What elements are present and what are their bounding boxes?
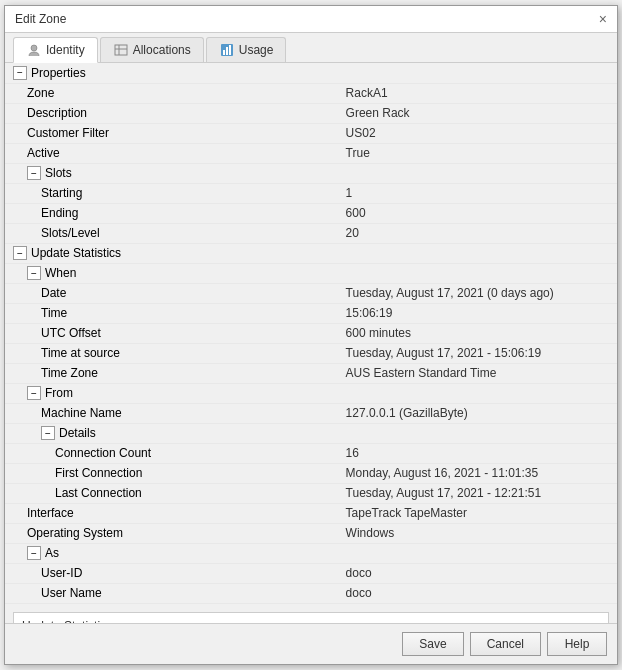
row-value: 1 [342,183,617,203]
table-row: Ending 600 [5,203,617,223]
main-content: − Properties Zone RackA1 Description Gre… [5,63,617,664]
expander-icon[interactable]: − [27,166,41,180]
table-row: User Name doco [5,583,617,603]
row-label: Properties [31,66,86,80]
row-label: Zone [27,86,54,100]
table-row: Machine Name 127.0.0.1 (GazillaByte) [5,403,617,423]
row-value: Monday, August 16, 2021 - 11:01:35 [342,463,617,483]
row-label: Operating System [27,526,123,540]
table-row: First Connection Monday, August 16, 2021… [5,463,617,483]
table-row: − Update Statistics [5,243,617,263]
cancel-button[interactable]: Cancel [470,632,541,656]
row-value: Windows [342,523,617,543]
row-label: Machine Name [41,406,122,420]
footer: Save Cancel Help [5,623,617,664]
row-label: User Name [41,586,102,600]
svg-rect-6 [226,47,228,55]
row-label: UTC Offset [41,326,101,340]
table-row: Last Connection Tuesday, August 17, 2021… [5,483,617,503]
save-button[interactable]: Save [402,632,463,656]
close-button[interactable]: × [599,12,607,26]
expander-icon[interactable]: − [13,66,27,80]
tab-usage-label: Usage [239,43,274,57]
row-label: Time at source [41,346,120,360]
dialog-title: Edit Zone [15,12,66,26]
row-value: 600 [342,203,617,223]
edit-zone-dialog: Edit Zone × Identity Allocations [4,5,618,665]
row-label: Interface [27,506,74,520]
row-label: From [45,386,73,400]
row-label: Slots [45,166,72,180]
row-label: Customer Filter [27,126,109,140]
tab-allocations[interactable]: Allocations [100,37,204,62]
row-value: True [342,143,617,163]
row-label: Connection Count [55,446,151,460]
row-value: 127.0.0.1 (GazillaByte) [342,403,617,423]
row-label: First Connection [55,466,142,480]
update-stats-box: Update Statistics [13,612,609,624]
row-value: 16 [342,443,617,463]
row-label: Description [27,106,87,120]
row-label: Details [59,426,96,440]
title-bar: Edit Zone × [5,6,617,33]
table-row: Customer Filter US02 [5,123,617,143]
table-row: − Slots [5,163,617,183]
tab-bar: Identity Allocations Usage [5,33,617,63]
table-row: User-ID doco [5,563,617,583]
tab-allocations-label: Allocations [133,43,191,57]
expander-icon[interactable]: − [27,386,41,400]
table-row: Starting 1 [5,183,617,203]
row-value: TapeTrack TapeMaster [342,503,617,523]
row-value [342,383,617,403]
row-value: Green Rack [342,103,617,123]
table-row: Operating System Windows [5,523,617,543]
row-value [342,263,617,283]
help-button[interactable]: Help [547,632,607,656]
table-row: Connection Count 16 [5,443,617,463]
row-value [342,63,617,83]
row-value [342,423,617,443]
table-row: − Properties [5,63,617,83]
row-label: Active [27,146,60,160]
row-value: Tuesday, August 17, 2021 (0 days ago) [342,283,617,303]
table-row: Active True [5,143,617,163]
usage-icon [219,42,235,58]
table-row: UTC Offset 600 minutes [5,323,617,343]
table-row: Interface TapeTrack TapeMaster [5,503,617,523]
row-label: Starting [41,186,82,200]
row-label: When [45,266,76,280]
table-row: Time 15:06:19 [5,303,617,323]
expander-icon[interactable]: − [41,426,55,440]
table-row: Time Zone AUS Eastern Standard Time [5,363,617,383]
row-value: US02 [342,123,617,143]
scroll-area[interactable]: − Properties Zone RackA1 Description Gre… [5,63,617,623]
expander-icon[interactable]: − [13,246,27,260]
allocations-icon [113,42,129,58]
row-value [342,243,617,263]
row-value [342,163,617,183]
table-row: Description Green Rack [5,103,617,123]
tab-identity-label: Identity [46,43,85,57]
row-value: 15:06:19 [342,303,617,323]
row-value: Tuesday, August 17, 2021 - 12:21:51 [342,483,617,503]
table-row: Date Tuesday, August 17, 2021 (0 days ag… [5,283,617,303]
row-label: User-ID [41,566,82,580]
tab-usage[interactable]: Usage [206,37,287,62]
row-value: doco [342,583,617,603]
table-row: − When [5,263,617,283]
row-label: Update Statistics [31,246,121,260]
row-label: Time Zone [41,366,98,380]
row-label: As [45,546,59,560]
row-label: Slots/Level [41,226,100,240]
row-label: Last Connection [55,486,142,500]
row-label: Time [41,306,67,320]
tab-identity[interactable]: Identity [13,37,98,63]
row-label: Date [41,286,66,300]
row-value: 20 [342,223,617,243]
svg-point-0 [31,45,37,51]
expander-icon[interactable]: − [27,546,41,560]
row-value: doco [342,563,617,583]
expander-icon[interactable]: − [27,266,41,280]
svg-rect-7 [229,45,231,55]
table-row: − As [5,543,617,563]
